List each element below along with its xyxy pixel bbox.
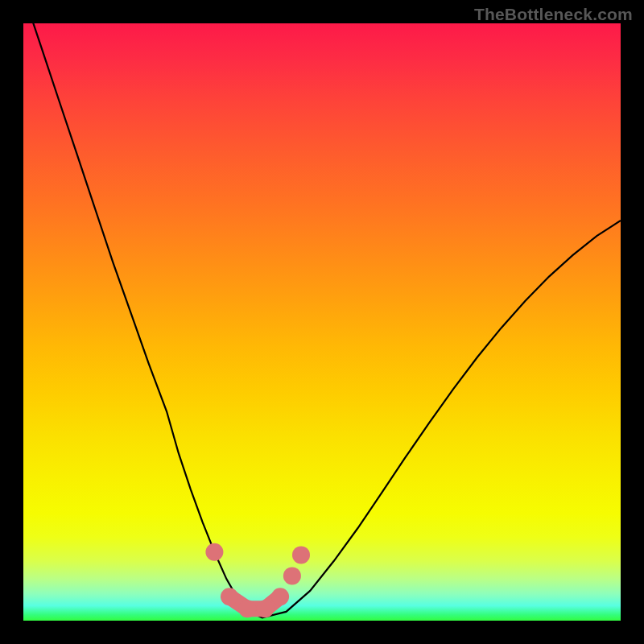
marker-point: [205, 543, 223, 561]
bottleneck-curve: [23, 23, 621, 617]
marker-point: [283, 567, 301, 584]
marker-point: [238, 600, 256, 617]
marker-point: [221, 588, 238, 605]
marker-point: [292, 546, 310, 564]
curve-svg: [23, 23, 621, 621]
marker-point: [257, 600, 275, 617]
marker-point: [271, 588, 289, 605]
chart-container: TheBottleneck.com: [0, 0, 644, 644]
plot-area: [23, 23, 621, 621]
watermark-text: TheBottleneck.com: [474, 5, 633, 24]
marker-group: [205, 543, 310, 618]
